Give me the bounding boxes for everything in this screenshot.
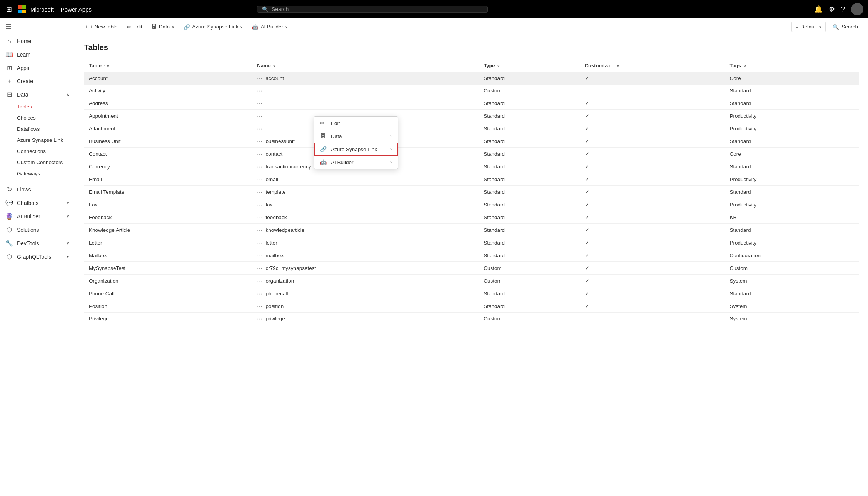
- table-row[interactable]: Activity ··· Custom Standard: [84, 85, 859, 97]
- azure-synapse-button[interactable]: 🔗 Azure Synapse Link ∨: [180, 22, 247, 32]
- col-type[interactable]: Type ∨: [479, 60, 580, 72]
- col-name[interactable]: Name ∨: [252, 60, 479, 72]
- more-dots[interactable]: ···: [257, 215, 262, 220]
- ai-builder-toolbar-button[interactable]: 🤖 AI Builder ∨: [248, 22, 292, 32]
- more-dots[interactable]: ···: [257, 164, 262, 170]
- cell-tags: Productivity: [725, 198, 859, 211]
- table-row[interactable]: Feedback ···feedback Standard ✓ KB: [84, 211, 859, 224]
- col-tags[interactable]: Tags ∨: [725, 60, 859, 72]
- settings-icon[interactable]: ⚙: [829, 5, 835, 13]
- context-menu-ai[interactable]: 🤖 AI Builder ›: [314, 156, 398, 169]
- cell-table: Knowledge Article: [84, 224, 252, 236]
- col-customizable[interactable]: Customiza... ∨: [580, 60, 725, 72]
- table-row[interactable]: Attachment ··· Standard ✓ Productivity: [84, 122, 859, 135]
- table-row[interactable]: Letter ···letter Standard ✓ Productivity: [84, 236, 859, 249]
- table-row[interactable]: Organization ···organization Custom ✓ Sy…: [84, 275, 859, 287]
- table-row[interactable]: Privilege ···privilege Custom System: [84, 313, 859, 325]
- global-search-bar[interactable]: 🔍: [257, 6, 488, 13]
- more-dots[interactable]: ···: [257, 75, 262, 81]
- more-dots[interactable]: ···: [257, 151, 262, 157]
- check-icon: ✓: [585, 189, 589, 195]
- sidebar-item-devtools[interactable]: 🔧 DevTools ∨: [0, 236, 75, 250]
- help-icon[interactable]: ?: [841, 5, 845, 13]
- sidebar-item-apps[interactable]: ⊞ Apps: [0, 61, 75, 75]
- sidebar-item-azure-synapse-link[interactable]: Azure Synapse Link: [0, 135, 75, 146]
- cell-name: ···phonecall: [252, 287, 479, 300]
- sidebar-sub-label-connections: Connections: [17, 148, 46, 154]
- new-table-button[interactable]: + + New table: [81, 22, 122, 32]
- sidebar-sub-label-gateways: Gateways: [17, 171, 40, 176]
- more-dots[interactable]: ···: [257, 138, 262, 144]
- table-row[interactable]: Email Template ···template Standard ✓ St…: [84, 186, 859, 198]
- sidebar-item-flows[interactable]: ↻ Flows: [0, 183, 75, 196]
- sidebar-item-learn[interactable]: 📖 Learn: [0, 48, 75, 61]
- more-dots[interactable]: ···: [257, 227, 262, 233]
- table-row[interactable]: Account ···account Standard ✓ Core: [84, 72, 859, 85]
- table-row[interactable]: Email ···email Standard ✓ Productivity: [84, 173, 859, 186]
- flows-icon: ↻: [5, 186, 13, 193]
- more-dots[interactable]: ···: [257, 265, 262, 271]
- table-row[interactable]: Appointment ··· Standard ✓ Productivity: [84, 110, 859, 122]
- more-dots[interactable]: ···: [257, 253, 262, 258]
- more-dots[interactable]: ···: [257, 113, 262, 119]
- sidebar-item-chatbots[interactable]: 💬 Chatbots ∨: [0, 196, 75, 210]
- cell-type: Standard: [479, 97, 580, 110]
- sidebar-item-ai-builder[interactable]: 🔮 AI Builder ∨: [0, 210, 75, 223]
- sidebar-item-data[interactable]: ⊟ Data ∧: [0, 88, 75, 101]
- sidebar-item-home[interactable]: ⌂ Home: [0, 35, 75, 48]
- context-menu-azure[interactable]: 🔗 Azure Synapse Link ›: [314, 143, 398, 156]
- avatar[interactable]: [851, 3, 863, 15]
- cell-name: ···mailbox: [252, 249, 479, 262]
- sidebar-item-solutions[interactable]: ⬡ Solutions: [0, 223, 75, 236]
- table-row[interactable]: Fax ···fax Standard ✓ Productivity: [84, 198, 859, 211]
- sidebar-item-label-home: Home: [17, 38, 31, 44]
- notification-icon[interactable]: 🔔: [814, 5, 823, 13]
- table-row[interactable]: MySynapseTest ···cr79c_mysynapsetest Cus…: [84, 262, 859, 275]
- cell-table: Currency: [84, 160, 252, 173]
- sidebar-item-custom-connectors[interactable]: Custom Connectors: [0, 157, 75, 168]
- sidebar-item-tables[interactable]: Tables: [0, 101, 75, 112]
- sidebar-item-choices[interactable]: Choices: [0, 112, 75, 123]
- sidebar-item-create[interactable]: + Create: [0, 75, 75, 88]
- more-dots[interactable]: ···: [257, 126, 262, 131]
- col-table[interactable]: Table ↑ ∨: [84, 60, 252, 72]
- table-row[interactable]: Business Unit ···businessunit Standard ✓…: [84, 135, 859, 148]
- global-search-input[interactable]: [272, 6, 483, 12]
- more-dots[interactable]: ···: [257, 100, 262, 106]
- table-row[interactable]: Contact ···contact Standard ✓ Core: [84, 148, 859, 160]
- edit-button[interactable]: ✏ Edit: [123, 22, 146, 32]
- sidebar-item-connections[interactable]: Connections: [0, 146, 75, 157]
- nav-icons: 🔔 ⚙ ?: [814, 3, 863, 15]
- table-row[interactable]: Knowledge Article ···knowledgearticle St…: [84, 224, 859, 236]
- table-row[interactable]: Mailbox ···mailbox Standard ✓ Configurat…: [84, 249, 859, 262]
- sidebar-item-gateways[interactable]: Gateways: [0, 168, 75, 179]
- sidebar-item-graphql[interactable]: ⬡ GraphQLTools ∨: [0, 250, 75, 263]
- data-button[interactable]: 🗄 Data ∨: [148, 22, 179, 32]
- table-row[interactable]: Position ···position Standard ✓ System: [84, 300, 859, 313]
- more-dots[interactable]: ···: [257, 202, 262, 208]
- table-row[interactable]: Address ··· Standard ✓ Standard: [84, 97, 859, 110]
- cell-tags: Productivity: [725, 122, 859, 135]
- table-row[interactable]: Currency ···transactioncurrency Standard…: [84, 160, 859, 173]
- more-dots[interactable]: ···: [257, 189, 262, 195]
- sidebar-toggle[interactable]: ☰: [0, 18, 75, 35]
- more-dots[interactable]: ···: [257, 88, 262, 93]
- table-row[interactable]: Phone Call ···phonecall Standard ✓ Stand…: [84, 287, 859, 300]
- cell-customizable: [580, 85, 725, 97]
- default-button[interactable]: ≡ Default ∨: [791, 22, 826, 32]
- cell-customizable: ✓: [580, 173, 725, 186]
- more-dots[interactable]: ···: [257, 303, 262, 309]
- cell-customizable: ✓: [580, 211, 725, 224]
- more-dots[interactable]: ···: [257, 240, 262, 246]
- sidebar-item-dataflows[interactable]: Dataflows: [0, 123, 75, 135]
- cell-tags: Standard: [725, 97, 859, 110]
- more-dots[interactable]: ···: [257, 316, 262, 321]
- waffle-icon[interactable]: ⊞: [5, 3, 13, 15]
- search-button[interactable]: 🔍 Search: [829, 22, 862, 32]
- context-menu-edit[interactable]: ✏ Edit: [314, 117, 398, 130]
- more-dots[interactable]: ···: [257, 291, 262, 296]
- sidebar-item-label-solutions: Solutions: [17, 227, 39, 233]
- more-dots[interactable]: ···: [257, 176, 262, 182]
- more-dots[interactable]: ···: [257, 278, 262, 284]
- context-menu-data[interactable]: 🗄 Data ›: [314, 130, 398, 143]
